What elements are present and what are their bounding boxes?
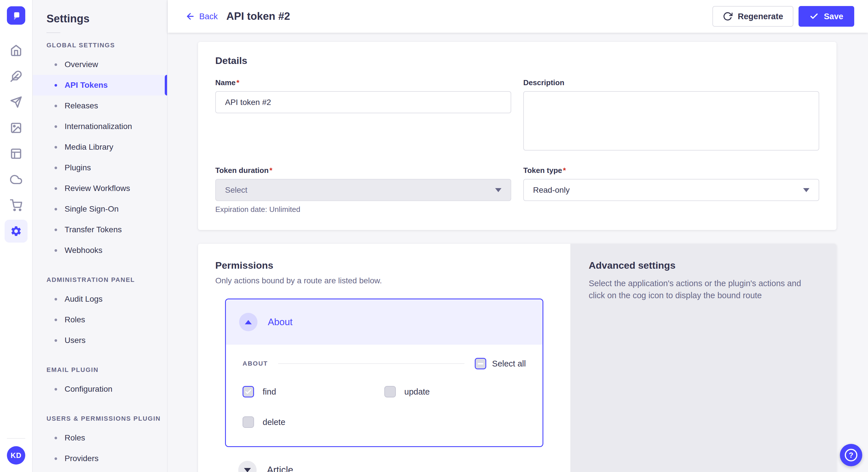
accordion-about: About ABOUT Select all (225, 299, 544, 447)
action-label: find (262, 387, 276, 397)
select-all-control[interactable]: Select all (475, 358, 526, 369)
name-input[interactable] (215, 91, 511, 113)
sidebar-item-label: Releases (65, 101, 98, 110)
action-find[interactable]: find (243, 386, 384, 398)
sidebar-item-label: Media Library (65, 142, 113, 152)
about-actions: find update delete (243, 386, 526, 428)
bullet-icon (55, 125, 57, 128)
action-update[interactable]: update (384, 386, 526, 398)
checkbox-find[interactable] (243, 386, 254, 398)
regenerate-label: Regenerate (738, 12, 783, 21)
select-all-checkbox[interactable] (475, 358, 486, 369)
sidebar-item-up-providers[interactable]: Providers (33, 448, 167, 469)
expand-toggle-button[interactable] (238, 461, 257, 472)
token-type-field-group: Token type* Read-only (523, 166, 819, 214)
action-delete[interactable]: delete (243, 416, 384, 428)
section-label: GLOBAL SETTINGS (33, 42, 167, 49)
layout-icon[interactable] (5, 142, 28, 165)
sidebar-title-divider (46, 32, 60, 33)
back-button[interactable]: Back (185, 11, 218, 21)
sidebar-item-releases[interactable]: Releases (33, 96, 167, 116)
deploy-icon[interactable] (5, 91, 28, 113)
bullet-icon (55, 229, 57, 231)
sidebar-title: Settings (33, 12, 167, 25)
advanced-settings-panel: Advanced settings Select the application… (570, 244, 836, 472)
marketplace-icon[interactable] (5, 194, 28, 217)
sidebar-item-admin-users[interactable]: Users (33, 330, 167, 351)
section-label: EMAIL PLUGIN (33, 366, 167, 374)
details-card: Details Name* Description Token duration… (198, 42, 836, 230)
about-group-row: ABOUT Select all (243, 358, 526, 369)
token-duration-value: Select (225, 186, 247, 195)
rail-bottom: KD (0, 438, 32, 472)
page-title: API token #2 (226, 10, 290, 22)
checkbox-delete[interactable] (243, 416, 254, 428)
sidebar-item-webhooks[interactable]: Webhooks (33, 240, 167, 261)
check-icon (809, 12, 818, 21)
strapi-logo-icon (11, 10, 21, 21)
main-nav-rail: KD (0, 0, 33, 472)
required-asterisk: * (270, 166, 272, 175)
description-label: Description (523, 78, 819, 87)
sidebar-item-single-sign-on[interactable]: Single Sign-On (33, 199, 167, 220)
check-icon (245, 388, 252, 396)
back-label: Back (199, 12, 218, 21)
settings-sidebar: Settings GLOBAL SETTINGS Overview API To… (33, 0, 167, 472)
collapse-toggle-button[interactable] (239, 313, 257, 331)
refresh-icon (723, 11, 733, 21)
cloud-icon[interactable] (5, 168, 28, 191)
bullet-icon (55, 339, 57, 342)
home-icon[interactable] (5, 39, 28, 62)
token-type-value: Read-only (533, 186, 570, 195)
sidebar-item-api-tokens[interactable]: API Tokens (33, 75, 167, 96)
save-button[interactable]: Save (799, 6, 854, 27)
permissions-card: Permissions Only actions bound by a rout… (198, 244, 836, 472)
token-duration-label: Token duration* (215, 166, 511, 175)
sidebar-item-label: Providers (65, 454, 98, 463)
description-field-group: Description (523, 78, 819, 152)
sidebar-item-overview[interactable]: Overview (33, 54, 167, 75)
help-button[interactable]: ? (840, 444, 862, 466)
sidebar-item-email-configuration[interactable]: Configuration (33, 379, 167, 400)
token-duration-hint: Expiration date: Unlimited (215, 205, 511, 214)
sidebar-item-audit-logs[interactable]: Audit Logs (33, 289, 167, 309)
sidebar-item-admin-roles[interactable]: Roles (33, 309, 167, 330)
header-actions: Regenerate Save (712, 6, 854, 27)
advanced-settings-heading: Advanced settings (589, 260, 816, 271)
bullet-icon (55, 318, 57, 321)
triangle-down-icon (244, 468, 251, 472)
sidebar-item-plugins[interactable]: Plugins (33, 158, 167, 178)
content-builder-icon[interactable] (5, 65, 28, 88)
regenerate-button[interactable]: Regenerate (712, 6, 794, 27)
details-heading: Details (215, 55, 819, 66)
media-library-icon[interactable] (5, 116, 28, 139)
bullet-icon (55, 84, 57, 87)
about-group-label: ABOUT (243, 360, 268, 367)
user-avatar[interactable]: KD (7, 446, 25, 465)
accordion-about-header[interactable]: About (226, 299, 542, 345)
bullet-icon (55, 298, 57, 301)
section-label: USERS & PERMISSIONS PLUGIN (33, 415, 167, 423)
bullet-icon (55, 105, 57, 107)
strapi-logo[interactable] (7, 6, 25, 25)
sidebar-item-review-workflows[interactable]: Review Workflows (33, 178, 167, 199)
triangle-up-icon (245, 320, 252, 324)
token-duration-select[interactable]: Select (215, 179, 511, 201)
sidebar-item-internationalization[interactable]: Internationalization (33, 116, 167, 137)
advanced-settings-description: Select the application's actions or the … (589, 277, 810, 301)
description-textarea[interactable] (523, 91, 819, 150)
bullet-icon (55, 146, 57, 148)
sidebar-item-transfer-tokens[interactable]: Transfer Tokens (33, 220, 167, 240)
question-mark-icon: ? (845, 449, 857, 461)
main-area: Back API token #2 Regenerate Save Detail… (167, 0, 868, 472)
settings-icon[interactable] (5, 220, 28, 243)
sidebar-item-up-roles[interactable]: Roles (33, 428, 167, 448)
checkbox-update[interactable] (384, 386, 396, 398)
accordion-article-header[interactable]: Article (238, 461, 553, 472)
token-type-select[interactable]: Read-only (523, 179, 819, 201)
details-fields: Name* Description Token duration* Select… (215, 78, 819, 214)
sidebar-item-media-library[interactable]: Media Library (33, 137, 167, 158)
accordion-about-title: About (268, 316, 292, 328)
arrow-left-icon (185, 11, 195, 21)
required-asterisk: * (563, 166, 566, 175)
